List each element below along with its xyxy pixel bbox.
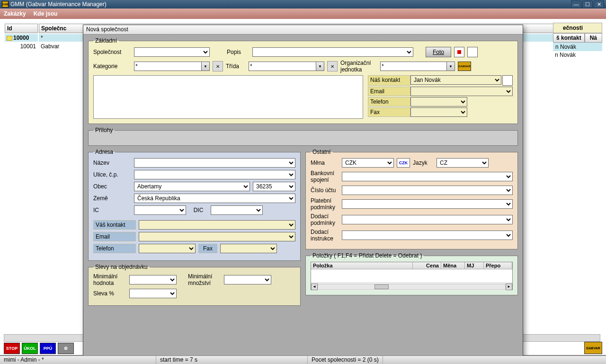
min-mnozstvi-select[interactable] xyxy=(224,275,271,284)
gabvar-icon: GABVAR xyxy=(458,62,471,71)
label-spolecnost: Společnost xyxy=(93,49,131,55)
titlebar: GAB GMM (Gabvar Maintenance Manager) — ☐… xyxy=(0,0,606,9)
col-prepo[interactable]: Přepo xyxy=(484,262,512,269)
min-hodnota-select[interactable] xyxy=(129,275,177,284)
ulice-select[interactable] xyxy=(134,170,295,179)
stop-button[interactable]: STOP xyxy=(4,343,20,354)
color-indicator[interactable] xyxy=(454,47,464,57)
group-basic: Základní Společnost Popis Foto Kategorie… xyxy=(88,37,518,124)
trida-input[interactable] xyxy=(249,62,316,71)
chevron-down-icon[interactable]: ▼ xyxy=(316,62,324,71)
menubar: Zakázky Kde jsou xyxy=(0,9,606,19)
dialog-title: Nová společnost xyxy=(83,25,523,35)
clear-kategorie-icon[interactable]: ✕ xyxy=(213,61,223,71)
col-id[interactable]: Id xyxy=(5,24,38,33)
ucet-select[interactable] xyxy=(342,186,513,195)
other-button[interactable]: ⚙ xyxy=(58,343,74,354)
label-fax: Fax xyxy=(368,107,410,117)
email-select[interactable] xyxy=(410,87,513,96)
col-kontakt[interactable]: š kontakt xyxy=(553,33,585,43)
legend-other: Ostatní xyxy=(311,149,333,155)
label-popis: Popis xyxy=(227,49,250,55)
label-min-mnozstvi: Minimální množství xyxy=(188,273,221,286)
mena-select[interactable]: CZK xyxy=(342,158,394,168)
org-input[interactable] xyxy=(380,62,446,71)
clear-trida-icon[interactable]: ✕ xyxy=(327,61,338,71)
col-mena[interactable]: Měna xyxy=(441,262,465,269)
label-obec: Obec xyxy=(93,183,131,190)
legend-items: Položky ( F1,F4 = Přidat Delete = Odebra… xyxy=(311,252,424,259)
addr-telefon-select[interactable] xyxy=(139,244,196,253)
menu-zakazky[interactable]: Zakázky xyxy=(4,10,26,17)
cell-kontakt: n Novák xyxy=(553,51,602,59)
contact-box[interactable] xyxy=(502,75,513,86)
fax-select[interactable] xyxy=(410,107,467,117)
nazev-select[interactable] xyxy=(134,158,295,168)
telefon-select[interactable] xyxy=(410,97,467,107)
spolecnost-select[interactable] xyxy=(134,47,210,57)
zeme-select[interactable]: Česká Republika xyxy=(134,194,295,203)
label-email: Email xyxy=(368,87,410,96)
minimize-button[interactable]: — xyxy=(571,0,581,8)
addr-fax-select[interactable] xyxy=(220,244,277,253)
obec-select[interactable]: Abertamy xyxy=(134,182,250,191)
label-telefon: Telefon xyxy=(368,97,410,107)
foto-button[interactable]: Foto xyxy=(426,47,451,57)
chevron-down-icon[interactable]: ▼ xyxy=(201,62,210,71)
menu-kdejsou[interactable]: Kde jsou xyxy=(34,10,58,17)
new-company-dialog: Nová společnost Základní Společnost Popi… xyxy=(83,25,523,364)
label-addr-telefon: Telefon xyxy=(93,244,136,253)
vas-kontakt-select[interactable] xyxy=(139,220,295,230)
notes-textarea[interactable] xyxy=(93,75,363,119)
platebni-select[interactable] xyxy=(342,199,513,209)
ic-select[interactable] xyxy=(134,205,186,215)
app-icon: GAB xyxy=(2,1,9,8)
col-na[interactable]: Ná xyxy=(585,33,602,43)
legend-attach: Přílohy xyxy=(93,127,115,133)
label-min-hodnota: Minimální hodnota xyxy=(93,273,126,286)
kategorie-input[interactable] xyxy=(134,62,201,71)
psc-select[interactable]: 36235 xyxy=(253,182,295,191)
currency-badge: CZK xyxy=(397,158,410,168)
status-start: start time = 7 s xyxy=(156,356,308,364)
label-sleva: Sleva % xyxy=(93,290,126,297)
app-title: GMM (Gabvar Maintenance Manager) xyxy=(10,1,107,8)
scroll-left-icon[interactable]: ◄ xyxy=(311,284,318,290)
status-user: mimi - Admin - * xyxy=(0,356,156,364)
group-other: Ostatní Měna CZK CZK Jazyk CZ Bankovní s… xyxy=(305,149,518,249)
right-header-spol: ečnosti xyxy=(553,23,602,33)
popis-select[interactable] xyxy=(252,47,413,57)
maximize-button[interactable]: ☐ xyxy=(582,0,593,8)
jazyk-select[interactable]: CZ xyxy=(437,158,489,168)
close-button[interactable]: ✕ xyxy=(594,0,604,8)
bank-select[interactable] xyxy=(342,172,513,181)
items-grid[interactable]: Položka Cena Měna MJ Přepo ◄ ► xyxy=(311,262,513,290)
label-platebni: Platební podmínky xyxy=(311,197,339,211)
label-addr-email: Email xyxy=(93,232,136,241)
label-addr-fax: Fax xyxy=(198,244,217,253)
label-ulice: Ulice, č.p. xyxy=(93,171,131,178)
label-nas-kontakt: Náš kontakt xyxy=(368,75,410,86)
nas-kontakt-select[interactable]: Jan Novák xyxy=(410,75,501,85)
legend-address: Adresa xyxy=(93,149,115,155)
legend-discount: Slevy na objednávku xyxy=(93,264,150,270)
dic-select[interactable] xyxy=(211,205,263,215)
chevron-down-icon[interactable]: ▼ xyxy=(446,62,455,71)
group-discount: Slevy na objednávku Minimální hodnota Mi… xyxy=(88,264,301,306)
foto-preview xyxy=(467,47,478,57)
label-jazyk: Jazyk xyxy=(413,160,434,166)
group-attachments: Přílohy xyxy=(88,127,518,146)
dodaci-select[interactable] xyxy=(342,215,513,224)
ppu-button[interactable]: PPÚ xyxy=(40,343,56,354)
scroll-right-icon[interactable]: ► xyxy=(506,284,512,290)
col-mj[interactable]: MJ xyxy=(465,262,484,269)
sleva-select[interactable] xyxy=(129,289,177,298)
items-scrollbar[interactable]: ◄ ► xyxy=(311,283,512,290)
label-dodaci: Dodací podmínky xyxy=(311,213,339,226)
ukol-button[interactable]: ÚKOL xyxy=(22,343,38,354)
addr-email-select[interactable] xyxy=(139,232,295,241)
col-cena[interactable]: Cena xyxy=(413,262,441,269)
instrukce-select[interactable] xyxy=(342,231,513,240)
label-mena: Měna xyxy=(311,160,339,166)
col-polozka[interactable]: Položka xyxy=(311,262,413,269)
